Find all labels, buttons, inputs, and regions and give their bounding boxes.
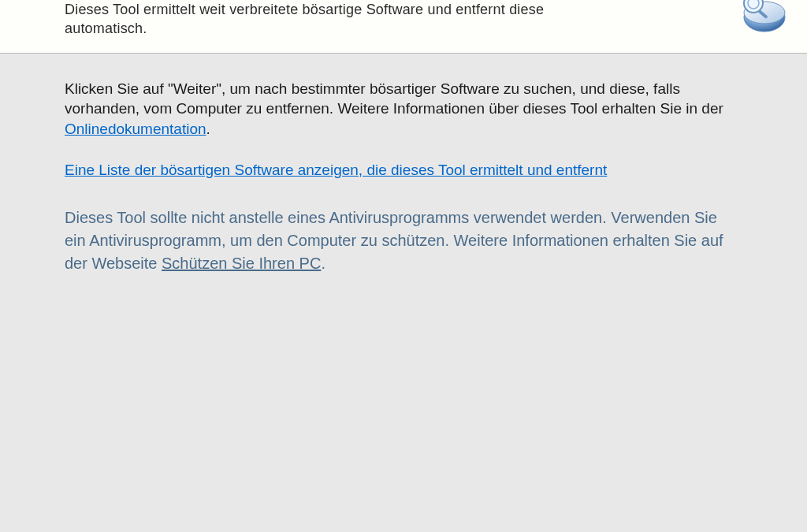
intro-paragraph: Klicken Sie auf "Weiter", um nach bestim…	[65, 79, 727, 140]
wizard-subtitle: Dieses Tool ermittelt weit verbreitete b…	[65, 0, 736, 39]
intro-text-pre: Klicken Sie auf "Weiter", um nach bestim…	[65, 80, 723, 117]
shield-scan-icon	[734, 0, 790, 41]
note-text-post: .	[321, 255, 325, 272]
antivirus-note-paragraph: Dieses Tool sollte nicht anstelle eines …	[65, 206, 734, 275]
show-malware-list-link[interactable]: Eine Liste der bösartigen Software anzei…	[65, 160, 607, 180]
wizard-header: Dieses Tool ermittelt weit verbreitete b…	[0, 0, 807, 54]
wizard-body: Klicken Sie auf "Weiter", um nach bestim…	[0, 54, 807, 292]
wizard-subtitle-line1: Dieses Tool ermittelt weit verbreitete b…	[65, 2, 544, 17]
wizard-window: Dieses Tool ermittelt weit verbreitete b…	[0, 0, 807, 532]
intro-text-post: .	[206, 121, 210, 137]
protect-your-pc-link[interactable]: Schützen Sie Ihren PC	[162, 255, 321, 272]
wizard-subtitle-line2: automatisch.	[65, 20, 147, 36]
online-documentation-link[interactable]: Onlinedokumentation	[65, 121, 206, 137]
